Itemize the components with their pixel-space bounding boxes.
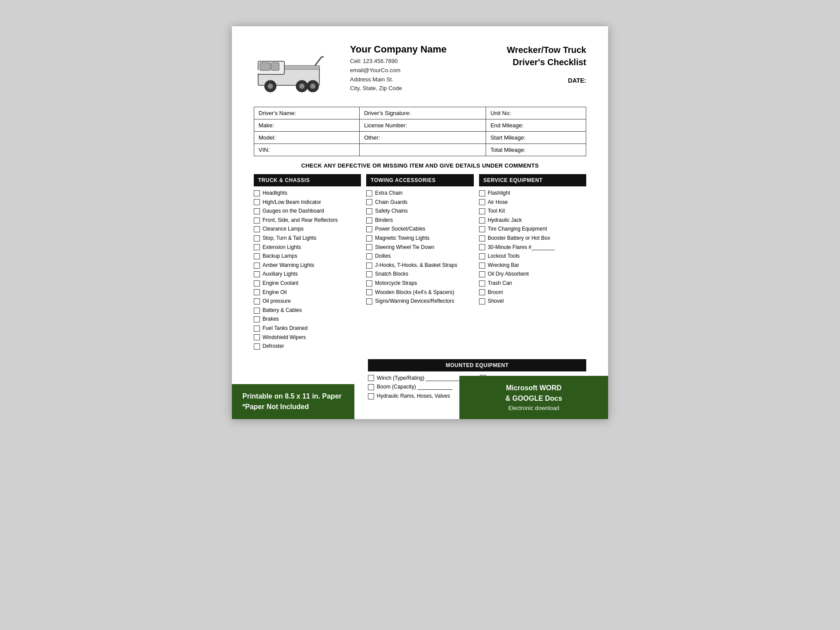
item-label: Motorcycle Straps <box>375 280 417 287</box>
checkbox-icon[interactable] <box>254 326 260 332</box>
checklist-columns: TRUCK & CHASSIS HeadlightsHigh/Low Beam … <box>254 174 586 352</box>
service-equipment-column: SERVICE EQUIPMENT FlashlightAir HoseTool… <box>476 174 586 352</box>
company-city: City, State, Zip Code <box>350 84 498 93</box>
list-item: Shovel <box>479 298 586 305</box>
checkbox-icon[interactable] <box>479 217 485 224</box>
item-label: Backup Lamps <box>262 253 297 260</box>
list-item: Doilies <box>366 253 473 260</box>
item-label: Hydraulic Jack <box>488 217 522 224</box>
checkbox-icon[interactable] <box>366 235 372 242</box>
unit-no-cell: Unit No: <box>486 107 586 119</box>
checkbox-icon[interactable] <box>479 190 485 196</box>
checkbox-icon[interactable] <box>254 235 260 242</box>
towing-accessories-items: Extra ChainChain GuardsSafety ChainsBind… <box>366 190 473 305</box>
checkbox-icon[interactable] <box>479 253 485 259</box>
checkbox-icon[interactable] <box>366 226 372 232</box>
item-label: Stop, Turn & Tail Lights <box>262 235 316 242</box>
list-item: Front, Side, and Rear Reflectors <box>254 217 361 224</box>
checkbox-icon[interactable] <box>254 253 260 259</box>
checkbox-icon[interactable] <box>366 217 372 224</box>
item-label: Doilies <box>375 253 391 260</box>
checkbox-icon[interactable] <box>368 375 374 381</box>
checkbox-icon[interactable] <box>254 244 260 250</box>
item-label: Boom (Capacity) ____________ <box>377 384 452 391</box>
list-item: Signs/Warning Devices/Reflectors <box>366 298 473 305</box>
document-page: Your Company Name Cell: 123.456.7890 ema… <box>232 26 608 419</box>
checkbox-icon[interactable] <box>366 190 372 196</box>
item-label: Clearance Lamps <box>262 226 304 233</box>
checkbox-icon[interactable] <box>479 226 485 232</box>
checkbox-icon[interactable] <box>366 244 372 250</box>
table-row: Make: License Number: End Mileage: <box>254 119 586 132</box>
checkbox-icon[interactable] <box>254 343 260 350</box>
item-label: Trash Can <box>488 280 512 287</box>
checkbox-icon[interactable] <box>366 262 372 269</box>
item-label: Tire Changing Equipment <box>488 226 547 233</box>
list-item: Fuel Tanks Drained <box>254 325 361 332</box>
checkbox-icon[interactable] <box>479 271 485 277</box>
svg-point-9 <box>299 84 304 89</box>
checkbox-icon[interactable] <box>254 280 260 287</box>
checkbox-icon[interactable] <box>366 298 372 304</box>
checkbox-icon[interactable] <box>254 308 260 314</box>
drivers-name-cell: Driver's Name: <box>254 107 360 119</box>
list-item: Battery & Cables <box>254 307 361 314</box>
checkbox-icon[interactable] <box>254 208 260 214</box>
towing-accessories-header: TOWING ACCESSORIES <box>366 174 473 186</box>
item-label: Front, Side, and Rear Reflectors <box>262 217 338 224</box>
model-cell: Model: <box>254 132 360 144</box>
list-item: Wrecking Bar <box>479 262 586 269</box>
license-cell: License Number: <box>360 119 486 132</box>
checkbox-icon[interactable] <box>254 217 260 224</box>
checkbox-icon[interactable] <box>479 244 485 250</box>
item-label: Brakes <box>262 316 279 323</box>
table-row: VIN: Total Mileage: <box>254 144 586 156</box>
item-label: Lockout Tools <box>488 253 520 260</box>
checkbox-icon[interactable] <box>254 226 260 232</box>
checkbox-icon[interactable] <box>254 316 260 322</box>
checkbox-icon[interactable] <box>479 280 485 287</box>
list-item: Steering Wheel Tie Down <box>366 244 473 251</box>
checkbox-icon[interactable] <box>254 262 260 269</box>
item-label: Power Socket/Cables <box>375 226 425 233</box>
checkbox-icon[interactable] <box>254 298 260 304</box>
checkbox-icon[interactable] <box>254 271 260 277</box>
checkbox-icon[interactable] <box>479 199 485 205</box>
checkbox-icon[interactable] <box>366 199 372 205</box>
checkbox-icon[interactable] <box>366 289 372 295</box>
towing-accessories-column: TOWING ACCESSORIES Extra ChainChain Guar… <box>364 174 476 352</box>
list-item: Chain Guards <box>366 199 473 206</box>
list-item: Winch (Type/Rating) ____________ <box>368 375 474 382</box>
checkbox-icon[interactable] <box>479 235 485 242</box>
checkbox-icon[interactable] <box>368 393 374 399</box>
item-label: Winch (Type/Rating) ____________ <box>377 375 461 382</box>
checkbox-icon[interactable] <box>254 334 260 340</box>
list-item: Auxiliary Lights <box>254 271 361 278</box>
checkbox-icon[interactable] <box>479 208 485 214</box>
list-item: Stop, Turn & Tail Lights <box>254 235 361 242</box>
list-item: Backup Lamps <box>254 253 361 260</box>
item-label: Signs/Warning Devices/Reflectors <box>375 298 454 305</box>
list-item: Snatch Blocks <box>366 271 473 278</box>
checkbox-icon[interactable] <box>366 253 372 259</box>
item-label: Steering Wheel Tie Down <box>375 244 434 251</box>
checkbox-icon[interactable] <box>368 384 374 390</box>
truck-image <box>254 44 341 98</box>
checkbox-icon[interactable] <box>479 298 485 304</box>
checkbox-icon[interactable] <box>254 289 260 295</box>
total-mileage-cell: Total Mileage: <box>486 144 586 156</box>
checkbox-icon[interactable] <box>366 208 372 214</box>
item-label: Binders <box>375 217 393 224</box>
item-label: Extra Chain <box>375 190 402 197</box>
checkbox-icon[interactable] <box>366 280 372 287</box>
checkbox-icon[interactable] <box>254 199 260 205</box>
checkbox-icon[interactable] <box>479 262 485 269</box>
checkbox-icon[interactable] <box>366 271 372 277</box>
list-item: Brakes <box>254 316 361 323</box>
list-item: Lockout Tools <box>479 253 586 260</box>
list-item: Safety Chains <box>366 208 473 215</box>
checkbox-icon[interactable] <box>254 190 260 196</box>
item-label: Defroster <box>262 343 284 350</box>
other-cell: Other: <box>360 132 486 144</box>
checkbox-icon[interactable] <box>479 289 485 295</box>
